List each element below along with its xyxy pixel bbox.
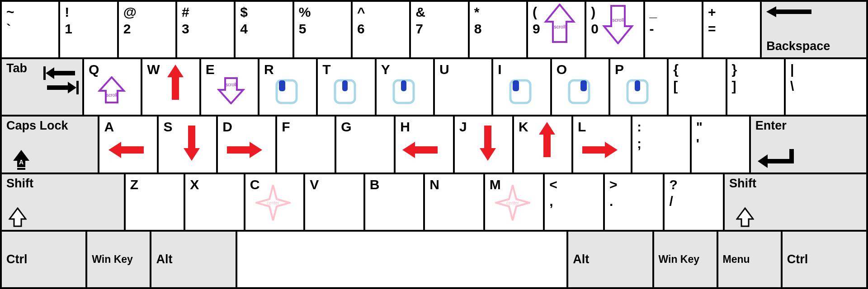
key-caps-lock[interactable]: Caps Lock A <box>1 116 99 173</box>
key-equals[interactable]: + = <box>703 1 761 58</box>
svg-text:scroll: scroll <box>612 17 624 23</box>
enter-label: Enter <box>755 119 787 133</box>
keyboard: ~ ` ! 1 @ 2 # 3 $ 4 % 5 ^ 6 & 7 <box>0 0 868 289</box>
ctrl-label: Ctrl <box>6 253 28 266</box>
key-backtick[interactable]: ~ ` <box>1 1 59 58</box>
key-dash[interactable]: _ - <box>644 1 703 58</box>
arrow-up-icon <box>167 65 184 100</box>
key-enter[interactable]: Enter <box>750 116 867 173</box>
key-left-shift[interactable]: Shift <box>1 173 125 231</box>
key-backslash[interactable]: | \ <box>785 58 867 116</box>
key-6[interactable]: ^ 6 <box>352 1 410 58</box>
svg-rect-11 <box>401 80 406 91</box>
key-s[interactable]: S <box>158 116 217 173</box>
key-8[interactable]: * 8 <box>469 1 527 58</box>
key-h[interactable]: H <box>395 116 454 173</box>
key-right-alt[interactable]: Alt <box>567 231 653 288</box>
mouse-middle-click-icon <box>334 79 356 104</box>
key-5[interactable]: % 5 <box>293 1 352 58</box>
key-7[interactable]: & 7 <box>410 1 468 58</box>
key-c[interactable]: C center <box>245 173 305 231</box>
alt-label: Alt <box>573 253 589 266</box>
key-w[interactable]: W <box>142 58 200 116</box>
row-3: Caps Lock A A S D F G <box>1 116 867 173</box>
svg-rect-9 <box>342 80 348 91</box>
svg-text:scroll: scroll <box>554 24 566 29</box>
key-period[interactable]: > . <box>604 173 664 231</box>
scroll-down-icon: scroll <box>602 4 634 44</box>
svg-rect-2 <box>43 66 46 80</box>
key-m[interactable]: M center <box>484 173 544 231</box>
key-v[interactable]: V <box>304 173 364 231</box>
key-a[interactable]: A <box>99 116 158 173</box>
svg-rect-15 <box>580 80 587 91</box>
svg-rect-13 <box>513 80 519 91</box>
arrow-down-icon <box>184 126 200 161</box>
key-semicolon[interactable]: : ; <box>632 116 691 173</box>
key-l[interactable]: L <box>572 116 632 173</box>
backspace-arrow-icon <box>766 5 811 18</box>
key-lower: ` <box>6 21 11 36</box>
key-k[interactable]: K <box>513 116 572 173</box>
key-g[interactable]: G <box>335 116 395 173</box>
menu-label: Menu <box>723 254 750 265</box>
arrow-left-icon <box>108 142 144 158</box>
key-right-win[interactable]: Win Key <box>653 231 717 288</box>
key-4[interactable]: $ 4 <box>235 1 293 58</box>
key-left-bracket[interactable]: { [ <box>668 58 726 116</box>
key-n[interactable]: N <box>424 173 484 231</box>
key-9[interactable]: ( 9 scroll <box>527 1 585 58</box>
key-b[interactable]: B <box>364 173 425 231</box>
alt-label: Alt <box>156 253 172 266</box>
mouse-right-click-icon <box>568 79 590 104</box>
key-u[interactable]: U <box>434 58 492 116</box>
key-right-shift[interactable]: Shift <box>724 173 867 231</box>
backspace-label: Backspace <box>766 40 830 53</box>
scroll-down-icon: scroll <box>217 76 245 104</box>
key-right-bracket[interactable]: } ] <box>726 58 785 116</box>
key-i[interactable]: I <box>492 58 551 116</box>
key-0[interactable]: ) 0 scroll <box>585 1 644 58</box>
key-menu[interactable]: Menu <box>717 231 782 288</box>
key-d[interactable]: D <box>217 116 276 173</box>
ctrl-label: Ctrl <box>787 253 808 266</box>
key-left-win[interactable]: Win Key <box>86 231 151 288</box>
shift-label: Shift <box>6 177 33 191</box>
key-z[interactable]: Z <box>125 173 185 231</box>
key-j[interactable]: J <box>454 116 513 173</box>
arrow-right-icon <box>227 142 262 158</box>
key-left-ctrl[interactable]: Ctrl <box>1 231 86 288</box>
arrow-right-icon <box>582 142 618 158</box>
key-x[interactable]: X <box>184 173 245 231</box>
key-r[interactable]: R <box>259 58 317 116</box>
key-1[interactable]: ! 1 <box>59 1 118 58</box>
key-upper: ~ <box>6 5 14 19</box>
arrow-down-icon <box>480 126 496 161</box>
key-tab[interactable]: Tab <box>1 58 83 116</box>
caps-lock-icon: A <box>13 150 29 170</box>
key-comma[interactable]: < , <box>544 173 604 231</box>
key-p[interactable]: P <box>609 58 668 116</box>
arrow-left-icon <box>402 142 438 158</box>
key-3[interactable]: # 3 <box>176 1 235 58</box>
center-star-icon: center <box>495 184 530 221</box>
key-o[interactable]: O <box>551 58 609 116</box>
key-slash[interactable]: ? / <box>664 173 724 231</box>
mouse-middle-click-icon <box>626 79 649 104</box>
key-quote[interactable]: " ' <box>691 116 750 173</box>
key-backspace[interactable]: Backspace <box>761 1 867 58</box>
win-label: Win Key <box>92 253 133 266</box>
key-f[interactable]: F <box>276 116 335 173</box>
mouse-middle-click-icon <box>392 79 415 104</box>
key-e[interactable]: E scroll <box>200 58 259 116</box>
key-left-alt[interactable]: Alt <box>151 231 236 288</box>
svg-rect-3 <box>76 81 79 94</box>
key-t[interactable]: T <box>317 58 375 116</box>
key-2[interactable]: @ 2 <box>118 1 176 58</box>
key-y[interactable]: Y <box>376 58 434 116</box>
svg-text:scroll: scroll <box>106 93 117 98</box>
key-q[interactable]: Q scroll <box>83 58 142 116</box>
row-4: Shift Z X C center V B N <box>1 173 867 231</box>
key-right-ctrl[interactable]: Ctrl <box>782 231 867 288</box>
key-space[interactable] <box>236 231 568 288</box>
